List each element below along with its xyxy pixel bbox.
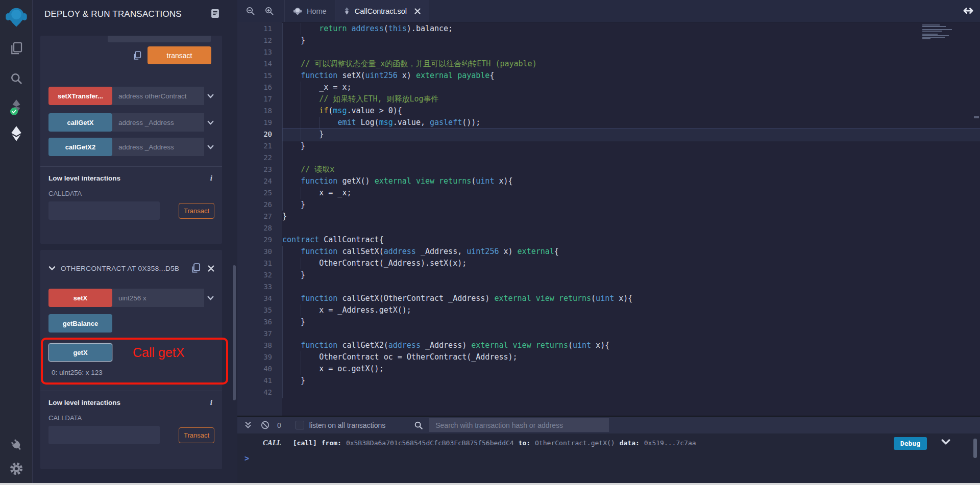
code-line[interactable]: 23 // 读取x — [237, 164, 922, 175]
code-line[interactable]: 35 x = _Address.getX(); — [237, 304, 922, 316]
line-number[interactable]: 12 — [237, 35, 282, 46]
line-number[interactable]: 40 — [237, 363, 282, 375]
code-line[interactable]: 32 } — [237, 269, 922, 281]
debug-button[interactable]: Debug — [894, 437, 927, 450]
minimap[interactable] — [922, 24, 973, 416]
chevron-down-icon[interactable] — [207, 119, 214, 126]
setx-arg-input[interactable] — [112, 289, 204, 307]
line-number[interactable]: 34 — [237, 293, 282, 304]
info-icon[interactable]: i — [210, 398, 214, 407]
getx-button[interactable]: getX — [48, 343, 112, 362]
panel-scrollbar[interactable] — [233, 265, 236, 400]
search-icon[interactable] — [9, 71, 23, 86]
file-explorer-icon[interactable] — [9, 41, 24, 56]
code-line[interactable]: 14 // 可以调整状态变量_x的函数，并且可以往合约转ETH (payable… — [237, 58, 922, 70]
tab-callcontract-sol[interactable]: CallContract.sol — [335, 0, 429, 22]
low-level-transact-button[interactable]: Transact — [179, 203, 214, 219]
code-line[interactable]: 38 function callGetX2(address _Address) … — [237, 340, 922, 351]
line-number[interactable]: 22 — [237, 152, 282, 164]
code-line[interactable]: 16 _x = x; — [237, 82, 922, 93]
code-line[interactable]: 39 OtherContract oc = OtherContract(_Add… — [237, 351, 922, 363]
zoom-out-icon[interactable] — [246, 6, 255, 16]
line-number[interactable]: 17 — [237, 93, 282, 105]
line-number[interactable]: 37 — [237, 328, 282, 340]
chevron-down-icon[interactable] — [207, 294, 214, 302]
close-tab-icon[interactable] — [414, 8, 421, 14]
code-line[interactable]: 37 — [237, 328, 922, 340]
line-number[interactable]: 38 — [237, 340, 282, 351]
callgetx-arg-input[interactable] — [112, 113, 204, 132]
code-line[interactable]: 19 emit Log(msg.value, gasleft()); — [237, 117, 922, 129]
copy-calldata-icon[interactable] — [133, 51, 141, 60]
value-input-partial[interactable] — [108, 36, 211, 42]
line-number[interactable]: 18 — [237, 105, 282, 117]
line-number[interactable]: 26 — [237, 199, 282, 211]
code-line[interactable]: 27} — [237, 211, 922, 222]
code-line[interactable]: 36 } — [237, 316, 922, 328]
terminal-log-area[interactable]: CALL [call]from:0x5B38Da6a701c568545dCfc… — [237, 433, 980, 469]
documentation-icon[interactable] — [210, 9, 220, 18]
callgetx2-button[interactable]: callGetX2 — [48, 138, 112, 156]
line-number[interactable]: 41 — [237, 375, 282, 387]
clear-console-icon[interactable] — [261, 421, 270, 429]
code-line[interactable]: 20 } — [237, 129, 922, 140]
code-line[interactable]: 28 — [237, 222, 922, 234]
code-line[interactable]: 17 // 如果转入ETH, 则释放Log事件 — [237, 93, 922, 105]
code-line[interactable]: 13 — [237, 46, 922, 58]
zoom-in-icon[interactable] — [264, 6, 274, 16]
code-line[interactable]: 24 function getX() external view returns… — [237, 175, 922, 187]
chevron-down-icon[interactable] — [207, 92, 214, 100]
code-line[interactable]: 25 x = _x; — [237, 187, 922, 199]
remix-logo-icon[interactable] — [5, 5, 28, 29]
calldata-input[interactable] — [48, 426, 160, 444]
transact-button[interactable]: transact — [148, 46, 211, 64]
terminal-scrollbar-thumb[interactable] — [973, 439, 977, 458]
setx-button[interactable]: setX — [48, 289, 112, 307]
code-line[interactable]: 18 if(msg.value > 0){ — [237, 105, 922, 117]
code-line[interactable]: 29contract CallContract{ — [237, 234, 922, 246]
line-number[interactable]: 29 — [237, 234, 282, 246]
terminal-prompt[interactable]: > — [244, 454, 249, 463]
line-number[interactable]: 11 — [237, 23, 282, 35]
line-number[interactable]: 30 — [237, 246, 282, 258]
line-number[interactable]: 42 — [237, 387, 282, 398]
terminal-log-line[interactable]: CALL [call]from:0x5B38Da6a701c568545dCfc… — [237, 433, 980, 447]
low-level-transact-button[interactable]: Transact — [179, 427, 214, 443]
setxtransfer-arg-input[interactable] — [112, 87, 204, 105]
line-number[interactable]: 35 — [237, 304, 282, 316]
line-number[interactable]: 25 — [237, 187, 282, 199]
line-number[interactable]: 23 — [237, 164, 282, 175]
line-number[interactable]: 20 — [237, 129, 282, 140]
code-line[interactable]: 12 } — [237, 35, 922, 46]
code-line[interactable]: 42 — [237, 387, 922, 398]
line-number[interactable]: 15 — [237, 70, 282, 82]
deploy-run-icon[interactable] — [10, 125, 23, 142]
code-line[interactable]: 41 } — [237, 375, 922, 387]
listen-all-checkbox[interactable] — [296, 421, 304, 429]
line-number[interactable]: 28 — [237, 222, 282, 234]
line-number[interactable]: 39 — [237, 351, 282, 363]
swap-panel-arrows-icon[interactable] — [962, 6, 975, 16]
getbalance-button[interactable]: getBalance — [48, 314, 112, 333]
editor-body[interactable]: 11 return address(this).balance;12 }1314… — [237, 22, 980, 416]
collapse-chevron-icon[interactable] — [48, 265, 56, 272]
code-line[interactable]: 15 function setX(uint256 x) external pay… — [237, 70, 922, 82]
chevron-down-icon[interactable] — [207, 143, 214, 151]
info-icon[interactable]: i — [210, 174, 214, 183]
close-icon[interactable] — [208, 265, 214, 272]
expand-log-chevron-icon[interactable] — [941, 439, 950, 446]
line-number[interactable]: 33 — [237, 281, 282, 293]
expand-terminal-icon[interactable] — [244, 421, 252, 429]
solidity-compiler-icon[interactable] — [10, 99, 23, 114]
code-line[interactable]: 21 } — [237, 140, 922, 152]
setxtransfer-button[interactable]: setXTransfer... — [48, 87, 112, 105]
line-number[interactable]: 14 — [237, 58, 282, 70]
line-number[interactable]: 24 — [237, 175, 282, 187]
line-number[interactable]: 27 — [237, 211, 282, 222]
code-line[interactable]: 40 x = oc.getX(); — [237, 363, 922, 375]
code-line[interactable]: 34 function callGetX(OtherContract _Addr… — [237, 293, 922, 304]
code-line[interactable]: 30 function callSetX(address _Address, u… — [237, 246, 922, 258]
line-number[interactable]: 32 — [237, 269, 282, 281]
terminal-search-input[interactable] — [429, 418, 609, 432]
editor-scrollbar[interactable] — [973, 22, 980, 416]
